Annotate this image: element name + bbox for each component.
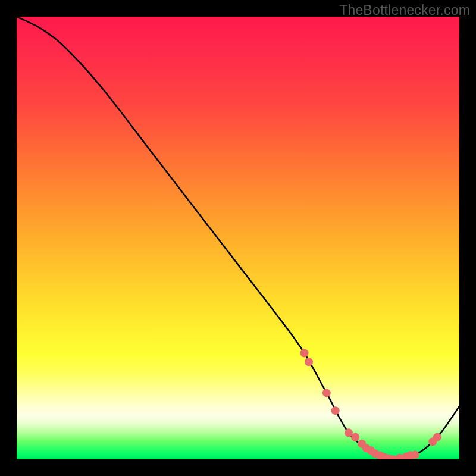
watermark-text: TheBottlenecker.com [339, 2, 470, 18]
gradient-background [17, 17, 459, 459]
plot-area [17, 17, 459, 459]
chart-frame: TheBottlenecker.com [0, 0, 476, 476]
